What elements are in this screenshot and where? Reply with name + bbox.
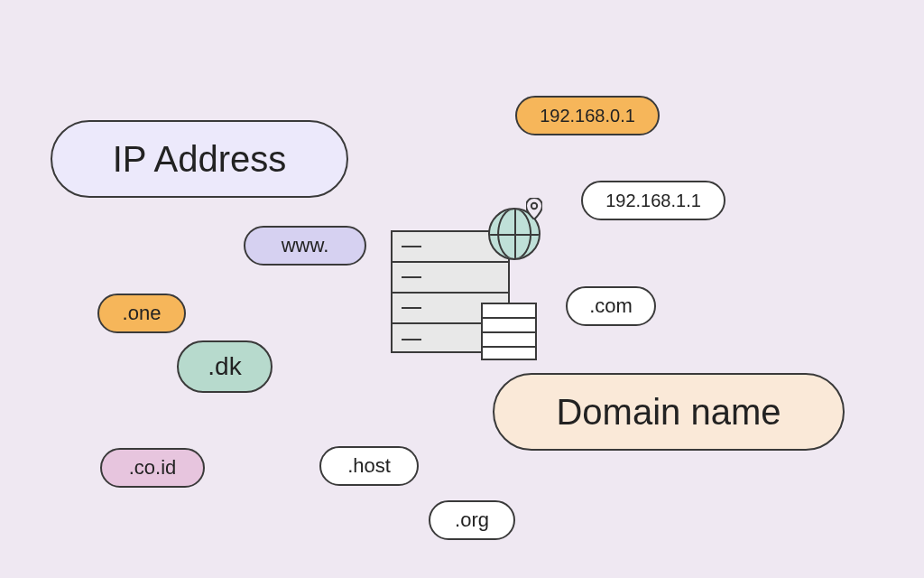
pill-org-label: .org [455, 508, 489, 532]
pill-ip2: 192.168.1.1 [581, 181, 725, 220]
pill-host: .host [319, 446, 419, 486]
server-stack-small [481, 303, 537, 360]
pill-ip1-label: 192.168.0.1 [540, 106, 635, 126]
pill-coid: .co.id [100, 448, 205, 488]
pill-one: .one [97, 294, 186, 333]
server-row-small [483, 333, 535, 348]
pill-com: .com [566, 286, 656, 326]
pill-ip1: 192.168.0.1 [515, 96, 660, 135]
pill-www-label: www. [282, 234, 329, 257]
pill-domain-name-label: Domain name [556, 392, 781, 433]
server-slot-icon [402, 339, 421, 340]
pill-ip-address-label: IP Address [113, 139, 287, 180]
server-illustration [391, 221, 544, 375]
location-pin-icon [526, 198, 542, 219]
pill-one-label: .one [123, 302, 162, 325]
pill-com-label: .com [589, 294, 633, 318]
pill-dk-label: .dk [208, 352, 241, 381]
server-slot-icon [402, 246, 421, 247]
server-row-small [483, 348, 535, 362]
pill-dk: .dk [177, 340, 273, 393]
server-slot-icon [402, 307, 421, 309]
pill-ip-address: IP Address [51, 120, 348, 198]
server-row [393, 263, 508, 294]
pill-host-label: .host [347, 454, 391, 478]
server-row-small [483, 304, 535, 319]
server-row-small [483, 319, 535, 333]
server-slot-icon [402, 276, 421, 278]
pill-org: .org [429, 500, 515, 540]
pill-ip2-label: 192.168.1.1 [605, 191, 701, 211]
pill-coid-label: .co.id [129, 456, 177, 480]
pill-www: www. [244, 226, 366, 266]
pill-domain-name: Domain name [493, 373, 845, 451]
